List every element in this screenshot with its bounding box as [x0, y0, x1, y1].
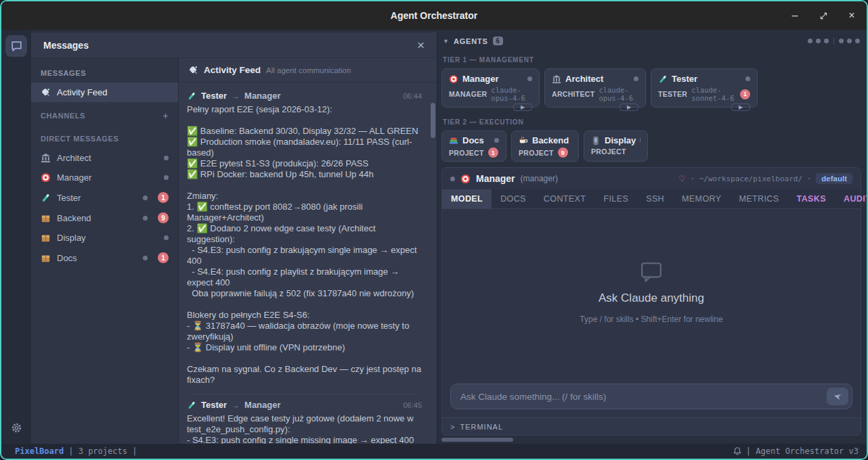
package-icon [41, 253, 51, 263]
message-body: Pełny raport E2E (sesja 2026-03-12): ✅ B… [187, 104, 422, 386]
feed-message-list[interactable]: Tester → Manager 06:44 Pełny raport E2E … [179, 83, 437, 444]
target-icon [449, 74, 458, 84]
testtube-icon [41, 193, 51, 203]
status-dot [634, 76, 638, 81]
sidebar-item-manager[interactable]: Manager [31, 168, 178, 187]
package-icon [41, 233, 51, 243]
run-agent-button[interactable]: ▶ [731, 104, 750, 111]
sidebar-item-backend[interactable]: Backend 9 [31, 208, 178, 228]
tab-audit[interactable]: AUDIT [835, 189, 868, 208]
agents-column: ▼ AGENTS 6 TIER 1 — MANAGEMENT Manager [437, 30, 867, 444]
sidebar-item-architect[interactable]: Architect [31, 148, 178, 168]
add-channel-button[interactable]: + [162, 110, 169, 121]
agent-card-backend[interactable]: Backend PROJECT 9 [511, 131, 579, 162]
building-icon [552, 74, 561, 84]
send-button[interactable] [827, 388, 848, 405]
left-rail [1, 30, 31, 444]
chevron-right-icon: > [450, 423, 454, 431]
message: Tester → Manager 06:44 Pełny raport E2E … [187, 85, 422, 394]
unread-badge: 1 [488, 147, 498, 158]
tab-docs[interactable]: DOCS [492, 189, 535, 208]
status-dot [494, 138, 499, 143]
claude-input[interactable]: Ask Claude something... (/ for skills) [450, 384, 852, 409]
tab-metrics[interactable]: METRICS [730, 189, 787, 208]
gear-icon [11, 422, 22, 434]
message-from: Tester [201, 400, 227, 410]
unread-badge: 1 [740, 89, 750, 99]
run-agent-button[interactable]: ▶ [620, 104, 638, 111]
target-icon [41, 172, 51, 183]
send-icon [833, 392, 842, 401]
maximize-button[interactable] [817, 12, 830, 20]
unread-badge: 1 [158, 192, 169, 203]
agent-card-architect[interactable]: Architect ARCHITECT claude-opus-4-6 ▶ [544, 68, 646, 108]
sidebar-item-display[interactable]: Display [31, 228, 178, 248]
sidebar-item-label: Activity Feed [57, 87, 107, 97]
settings-rail-button[interactable] [5, 417, 27, 438]
coffee-icon [519, 136, 528, 145]
statusbar-version: | Agent Orchestrator v3 [746, 446, 859, 456]
empty-state-title: Ask Claude anything [599, 292, 704, 305]
input-placeholder: Ask Claude something... (/ for skills) [460, 392, 606, 402]
env-badge[interactable]: default [816, 173, 852, 184]
testtube-icon [187, 400, 196, 410]
message-time: 06:45 [403, 401, 422, 409]
status-dot [450, 177, 455, 181]
message-to: Manager [244, 91, 280, 101]
tab-memory[interactable]: MEMORY [673, 189, 730, 208]
testtube-icon [187, 91, 196, 101]
direct-messages-section-header: DIRECT MESSAGES [31, 127, 178, 148]
collapse-caret-icon[interactable]: ▼ [443, 38, 449, 45]
satellite-icon [41, 87, 51, 97]
agent-card-manager[interactable]: Manager MANAGER claude-opus-4-6 ▶ [441, 68, 540, 108]
app-window: Agent Orchestrator – × Messages × [0, 0, 868, 460]
agent-name: Manager [476, 173, 515, 184]
run-agent-button[interactable]: ▶ [513, 104, 532, 111]
tab-files[interactable]: FILES [594, 189, 637, 208]
activity-feed: Activity Feed All agent communication Te… [179, 58, 437, 444]
status-dot [640, 138, 641, 143]
agent-role: (manager) [521, 174, 558, 183]
unread-badge: 9 [158, 212, 169, 223]
arrow-icon: → [232, 400, 240, 410]
tab-tasks[interactable]: TASKS [788, 189, 835, 208]
message-body: Excellent! Edge case testy już gotowe (d… [187, 413, 422, 444]
sidebar-item-tester[interactable]: Tester 1 [31, 187, 178, 208]
agent-card-tester[interactable]: Tester TESTER claude-sonnet-4-6 1 ▶ [651, 68, 758, 108]
empty-state-hint: Type / for skills • Shift+Enter for newl… [580, 315, 722, 324]
bell-icon[interactable] [733, 446, 742, 456]
horizontal-scrollbar[interactable] [441, 437, 861, 442]
agent-card-display[interactable]: Display PROJECT [584, 131, 648, 162]
sidebar-item-docs[interactable]: Docs 1 [31, 248, 178, 268]
presence-dot [143, 216, 148, 221]
tab-context[interactable]: CONTEXT [535, 189, 595, 208]
close-icon[interactable]: × [417, 39, 425, 51]
speech-bubble-icon [641, 262, 662, 282]
feed-scrollbar[interactable] [431, 103, 435, 138]
tab-model[interactable]: MODEL [442, 189, 492, 208]
presence-dot [164, 235, 169, 240]
detail-tabs: MODEL DOCS CONTEXT FILES SSH MEMORY METR… [442, 189, 861, 209]
feed-title: Activity Feed [204, 65, 261, 75]
minimize-button[interactable]: – [788, 9, 802, 22]
workspace-path: · ~/workspace/pixelboard/ · [690, 175, 811, 183]
unread-badge: 9 [558, 147, 568, 158]
messages-sidebar: MESSAGES Activity Feed CHANNELS + DIRECT… [31, 58, 179, 444]
presence-dot [164, 156, 169, 160]
sidebar-item-activity-feed[interactable]: Activity Feed [31, 83, 178, 102]
statusbar: PixelBoard | 3 projects | | Agent Orches… [1, 444, 867, 459]
messages-section-header: MESSAGES [31, 61, 178, 83]
chat-bubble-icon [11, 41, 22, 52]
agent-card-docs[interactable]: Docs PROJECT 1 [441, 131, 506, 162]
agents-status-dots [808, 38, 860, 44]
messages-rail-button[interactable] [5, 35, 27, 57]
tab-ssh[interactable]: SSH [637, 189, 673, 208]
message-to: Manager [244, 400, 280, 410]
unread-badge: 1 [158, 252, 169, 263]
terminal-toggle[interactable]: > TERMINAL [442, 417, 861, 435]
heart-icon[interactable]: ♡ [678, 174, 686, 183]
agents-count-badge: 6 [493, 37, 504, 45]
close-button[interactable]: × [845, 9, 859, 22]
agent-detail-panel: Manager (manager) ♡ · ~/workspace/pixelb… [441, 167, 861, 436]
building-icon [41, 153, 51, 163]
